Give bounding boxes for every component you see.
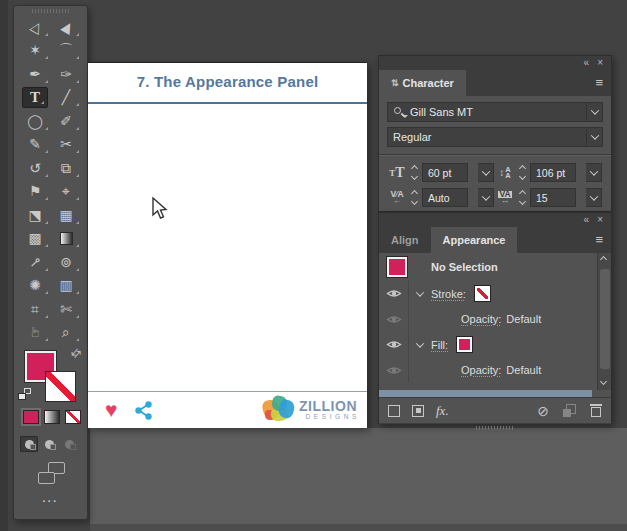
direct-selection-tool[interactable]: ▶ [51, 15, 82, 39]
font-size-dropdown[interactable] [478, 163, 494, 182]
font-size-stepper[interactable] [409, 164, 420, 182]
shape-builder-tool[interactable]: ⬔ [20, 203, 51, 227]
font-style-field[interactable]: Regular [387, 127, 603, 147]
title-underline [88, 102, 367, 104]
panel-menu-icon[interactable]: ≡ [595, 75, 603, 90]
toolbar-drag-grip[interactable] [14, 6, 87, 15]
fill-opacity-row[interactable]: Opacity: Default [379, 358, 611, 382]
background-lower-region [90, 428, 627, 531]
close-panel-icon[interactable]: × [597, 58, 603, 68]
symbol-sprayer-tool[interactable]: ✺ [20, 274, 51, 298]
kerning-field[interactable]: Auto [422, 188, 468, 207]
fill-label[interactable]: Fill: [431, 339, 448, 351]
tracking-field[interactable]: 15 [530, 188, 576, 207]
kerning-stepper[interactable] [409, 189, 420, 207]
magic-wand-tool[interactable]: ✶ [20, 39, 51, 63]
font-family-field[interactable]: Gill Sans MT [387, 102, 603, 122]
stroke-color-swatch[interactable] [45, 371, 76, 402]
font-style-dropdown[interactable] [586, 128, 602, 146]
pencil-tool[interactable]: ✎ [20, 133, 51, 157]
horizontal-scrollbar[interactable] [379, 390, 592, 397]
curvature-tool[interactable]: ✑ [51, 62, 82, 86]
blend-tool[interactable]: ⊚ [51, 250, 82, 274]
stroke-none-swatch[interactable] [474, 285, 491, 302]
curvature-tool-icon: ✑ [60, 67, 72, 81]
artboard-tool[interactable]: ⌗ [20, 297, 51, 321]
scroll-down-icon[interactable] [601, 379, 608, 386]
leading-stepper[interactable] [517, 164, 528, 182]
paintbrush-tool[interactable]: ✐ [51, 109, 82, 133]
close-panel-icon[interactable]: × [597, 215, 603, 225]
stroke-row[interactable]: Stroke: [379, 280, 611, 307]
add-new-fill-button[interactable] [412, 405, 424, 417]
add-new-effect-button[interactable]: fx. [436, 403, 449, 419]
font-family-dropdown[interactable] [586, 103, 602, 121]
font-size-field[interactable]: 60 pt [422, 163, 468, 182]
add-new-stroke-button[interactable] [388, 405, 400, 417]
none-button[interactable] [65, 410, 81, 424]
scissors-tool[interactable]: ✂ [51, 133, 82, 157]
slice-tool[interactable]: ✄ [51, 297, 82, 321]
scale-tool[interactable]: ⧉ [51, 156, 82, 180]
swap-fill-stroke-icon[interactable]: ⇆ [67, 345, 84, 362]
expand-stroke-icon[interactable] [409, 291, 431, 297]
tracking-dropdown[interactable] [586, 188, 602, 207]
tracking-stepper[interactable] [517, 189, 528, 207]
leading-field[interactable]: 106 pt [530, 163, 576, 182]
edit-toolbar-button[interactable]: ··· [14, 496, 87, 507]
opacity-label[interactable]: Opacity: [461, 313, 501, 325]
opacity-label[interactable]: Opacity: [461, 364, 501, 376]
puppet-warp-tool[interactable]: ⌖ [51, 180, 82, 204]
width-tool[interactable]: ⚑ [20, 180, 51, 204]
visibility-eye-icon[interactable] [386, 339, 402, 350]
mesh-tool[interactable]: ▩ [20, 227, 51, 251]
expand-fill-icon[interactable] [409, 342, 431, 348]
ellipse-tool[interactable]: ◯ [20, 109, 51, 133]
panel-resize-grip[interactable] [379, 423, 611, 432]
collapse-panel-icon[interactable]: « [584, 58, 590, 68]
fill-row[interactable]: Fill: [379, 331, 611, 358]
eyedropper-tool[interactable]: ⊸ [20, 250, 51, 274]
rotate-tool[interactable]: ↺ [20, 156, 51, 180]
lasso-tool[interactable]: ⌒ [51, 39, 82, 63]
zoom-tool[interactable]: ⌕ [51, 321, 82, 345]
scrollbar-thumb[interactable] [600, 269, 610, 369]
hand-tool-icon: ☞ [28, 326, 42, 339]
panel-menu-icon[interactable]: ≡ [595, 232, 603, 247]
clear-appearance-button[interactable]: ⊘ [537, 404, 549, 418]
mouse-cursor [151, 197, 171, 221]
duplicate-item-button[interactable] [563, 404, 576, 417]
vertical-scrollbar[interactable] [597, 253, 611, 390]
artboard-footer: ♥ ZILLION DESIGNS [88, 391, 367, 428]
draw-normal-icon[interactable] [20, 436, 38, 452]
leading-dropdown[interactable] [586, 163, 602, 182]
default-fill-stroke-icon[interactable] [18, 388, 31, 400]
perspective-grid-tool[interactable]: ▦ [51, 203, 82, 227]
column-graph-tool[interactable]: ▥ [51, 274, 82, 298]
stroke-opacity-row[interactable]: Opacity: Default [379, 307, 611, 331]
color-button[interactable] [23, 410, 39, 424]
pen-tool[interactable]: ✒ [20, 62, 51, 86]
delete-item-button[interactable] [590, 404, 602, 417]
gradient-button[interactable] [44, 410, 60, 424]
visibility-eye-icon[interactable] [386, 288, 402, 299]
visibility-eye-icon-dim[interactable] [386, 314, 402, 325]
selection-tool[interactable]: ▷ [20, 15, 51, 39]
screen-mode-icon[interactable] [38, 462, 65, 484]
kerning-dropdown[interactable] [478, 188, 494, 207]
artboard[interactable]: 7. The Appearance Panel ♥ ZILLION [88, 62, 367, 428]
stroke-label[interactable]: Stroke: [431, 288, 466, 300]
tab-appearance[interactable]: Appearance [431, 227, 518, 253]
scroll-up-icon[interactable] [601, 257, 608, 264]
draw-inside-icon[interactable] [60, 436, 78, 452]
tab-character[interactable]: ⇅ Character [379, 70, 466, 96]
tab-align[interactable]: Align [379, 227, 431, 253]
fill-color-mini-swatch[interactable] [456, 336, 473, 353]
visibility-eye-icon-dim[interactable] [386, 365, 402, 376]
type-tool[interactable]: T [22, 87, 48, 108]
gradient-tool[interactable] [51, 227, 82, 251]
draw-behind-icon[interactable] [40, 436, 58, 452]
line-segment-tool[interactable]: ╱ [51, 86, 82, 110]
hand-tool[interactable]: ☞ [20, 321, 51, 345]
collapse-panel-icon[interactable]: « [584, 215, 590, 225]
